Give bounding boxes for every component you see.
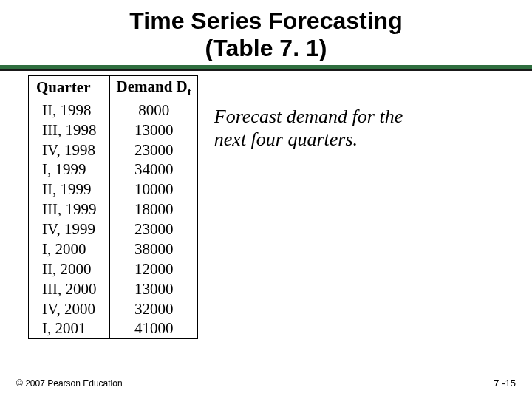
- table-row: III, 199918000: [29, 200, 198, 219]
- cell-demand: 10000: [110, 180, 197, 200]
- cell-quarter: II, 1998: [29, 100, 110, 120]
- title-underline: [0, 65, 532, 71]
- cell-quarter: IV, 1999: [29, 219, 110, 239]
- cell-quarter: II, 1999: [29, 180, 110, 200]
- underline-shadow: [0, 69, 532, 71]
- cell-quarter: III, 1998: [29, 120, 110, 140]
- table-row: I, 200038000: [29, 239, 198, 259]
- content-area: Quarter Demand Dt II, 19988000 III, 1998…: [0, 71, 532, 340]
- demand-table: Quarter Demand Dt II, 19988000 III, 1998…: [28, 75, 198, 340]
- cell-demand: 34000: [110, 160, 197, 180]
- cell-quarter: IV, 1998: [29, 140, 110, 160]
- cell-demand: 13000: [110, 279, 197, 299]
- table-row: II, 200012000: [29, 259, 198, 279]
- table-body: II, 19988000 III, 199813000 IV, 19982300…: [29, 100, 198, 339]
- cell-demand: 38000: [110, 239, 197, 259]
- cell-demand: 18000: [110, 200, 197, 219]
- header-demand: Demand Dt: [110, 75, 197, 100]
- table-row: I, 199934000: [29, 160, 198, 180]
- cell-demand: 23000: [110, 219, 197, 239]
- table-row: I, 200141000: [29, 318, 198, 338]
- table-row: III, 199813000: [29, 120, 198, 140]
- slide-title-block: Time Series Forecasting (Table 7. 1): [0, 0, 532, 62]
- cell-demand: 8000: [110, 100, 197, 120]
- header-demand-prefix: Demand D: [116, 78, 187, 95]
- footer-copyright: © 2007 Pearson Education: [16, 378, 123, 389]
- cell-quarter: I, 2001: [29, 318, 110, 338]
- table-row: IV, 199923000: [29, 219, 198, 239]
- title-line-1: Time Series Forecasting: [0, 7, 532, 35]
- cell-quarter: III, 1999: [29, 200, 110, 219]
- header-quarter: Quarter: [29, 75, 110, 100]
- cell-demand: 12000: [110, 259, 197, 279]
- cell-quarter: I, 2000: [29, 239, 110, 259]
- table-row: II, 199910000: [29, 180, 198, 200]
- cell-quarter: III, 2000: [29, 279, 110, 299]
- table-row: IV, 199823000: [29, 140, 198, 160]
- table-row: IV, 200032000: [29, 299, 198, 319]
- table-row: III, 200013000: [29, 279, 198, 299]
- header-demand-sub: t: [188, 86, 191, 98]
- footer-page-number: 7 -15: [494, 378, 516, 389]
- caption-text: Forecast demand for the next four quarte…: [198, 75, 442, 340]
- cell-demand: 13000: [110, 120, 197, 140]
- table-row: II, 19988000: [29, 100, 198, 120]
- cell-demand: 23000: [110, 140, 197, 160]
- cell-demand: 41000: [110, 318, 197, 338]
- table-header-row: Quarter Demand Dt: [29, 75, 198, 100]
- cell-quarter: IV, 2000: [29, 299, 110, 319]
- cell-quarter: II, 2000: [29, 259, 110, 279]
- title-line-2: (Table 7. 1): [0, 35, 532, 62]
- cell-quarter: I, 1999: [29, 160, 110, 180]
- cell-demand: 32000: [110, 299, 197, 319]
